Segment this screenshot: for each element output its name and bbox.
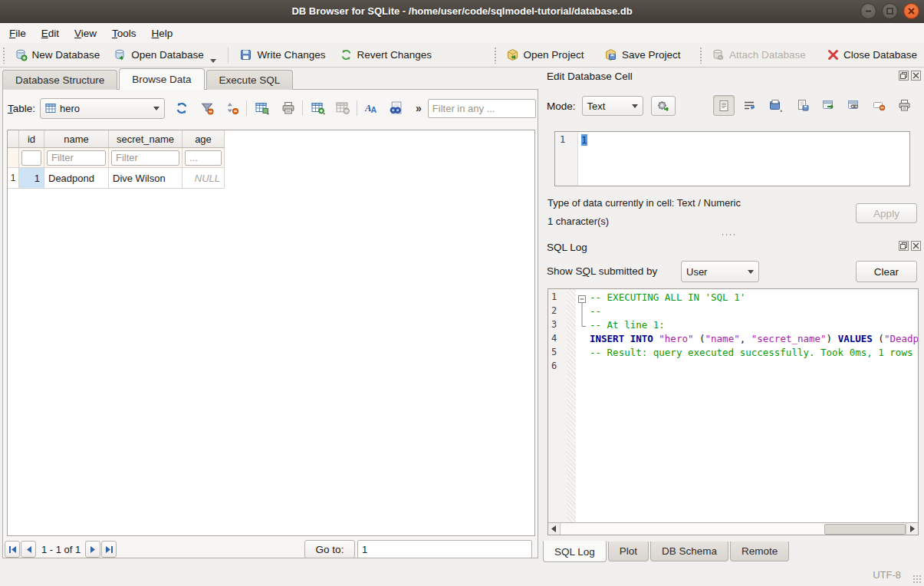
cell-age[interactable]: NULL — [182, 168, 225, 189]
maximize-icon — [886, 8, 893, 15]
scroll-right-button[interactable] — [906, 523, 918, 535]
word-wrap-button[interactable] — [738, 95, 760, 116]
filter-input-secret-name[interactable] — [111, 150, 179, 166]
sql-log-editor[interactable]: 1 2 3 4 5 6 -- EXECUTING ALL IN 'S — [547, 288, 919, 535]
close-database-icon — [827, 49, 839, 61]
float-icon — [900, 72, 907, 79]
maximize-button[interactable] — [882, 3, 898, 19]
dock-tab-plot[interactable]: Plot — [608, 542, 649, 561]
dock-tab-db-schema[interactable]: DB Schema — [650, 542, 728, 561]
import-cell-button[interactable] — [764, 95, 788, 116]
print-table-button[interactable] — [278, 98, 299, 119]
scroll-left-button[interactable] — [548, 523, 561, 535]
tab-execute-sql[interactable]: Execute SQL — [206, 70, 294, 90]
previous-record-button[interactable] — [21, 541, 36, 558]
menu-view[interactable]: View — [67, 25, 104, 42]
open-database-caret[interactable] — [210, 59, 216, 63]
next-record-button[interactable] — [85, 541, 100, 558]
sql-log-fold-margin[interactable] — [576, 289, 588, 522]
refresh-button[interactable] — [171, 98, 192, 119]
first-record-button[interactable] — [5, 541, 20, 558]
toolbar-overflow-chevron[interactable]: » — [413, 102, 425, 114]
cell-id[interactable]: 1 — [19, 168, 44, 189]
window-title: DB Browser for SQLite - /home/user/code/… — [291, 5, 632, 17]
sql-log-float-button[interactable] — [899, 241, 909, 251]
mode-combobox-value: Text — [587, 100, 606, 112]
write-changes-button[interactable]: Write Changes — [232, 44, 332, 66]
close-database-button[interactable]: Close Database — [820, 44, 924, 66]
toolbar-handle[interactable] — [2, 47, 5, 64]
filter-any-input[interactable] — [428, 99, 536, 118]
save-project-button[interactable]: Save Project — [597, 44, 688, 66]
table-row: 1 1 Deadpond Dive Wilson NULL — [8, 168, 534, 189]
clear-log-button[interactable]: Clear — [856, 261, 917, 282]
edit-cell-float-button[interactable] — [899, 71, 909, 81]
column-header-name[interactable]: name — [44, 130, 109, 148]
tab-browse-data[interactable]: Browse Data — [119, 68, 204, 90]
first-record-icon — [8, 545, 17, 554]
goto-input[interactable] — [357, 540, 532, 558]
clear-filters-button[interactable] — [196, 98, 218, 119]
revert-changes-button[interactable]: Revert Changes — [333, 44, 439, 66]
mode-combobox[interactable]: Text — [582, 96, 643, 116]
new-database-button[interactable]: New Database — [8, 44, 107, 66]
column-header-id[interactable]: id — [19, 130, 44, 148]
menu-edit[interactable]: Edit — [34, 25, 67, 42]
encoding-indicator: UTF-8 — [873, 569, 901, 581]
filter-input-age[interactable] — [185, 150, 222, 166]
open-external-button[interactable] — [817, 95, 839, 116]
filter-input-name[interactable] — [47, 150, 106, 166]
cell-name[interactable]: Deadpond — [44, 168, 109, 189]
resize-grip[interactable] — [912, 574, 922, 584]
svg-text:A: A — [371, 105, 377, 114]
text-view-button[interactable] — [713, 95, 735, 116]
clear-sorting-button[interactable] — [222, 98, 243, 119]
dock-tab-remote[interactable]: Remote — [730, 542, 789, 561]
dock-tab-sql-log[interactable]: SQL Log — [543, 541, 607, 562]
save-results-button[interactable] — [250, 98, 275, 119]
display-format-button[interactable]: A A — [360, 98, 382, 119]
scrollbar-thumb[interactable] — [824, 524, 906, 535]
sql-log-hscrollbar[interactable] — [548, 522, 918, 535]
menu-file[interactable]: File — [2, 25, 34, 42]
toolbar-handle-2[interactable] — [494, 47, 497, 64]
open-database-button[interactable]: Open Database — [107, 44, 223, 66]
export-cell-button[interactable] — [792, 95, 814, 116]
minimize-button[interactable] — [860, 3, 876, 19]
scroll-right-icon — [909, 525, 915, 532]
menu-tools[interactable]: Tools — [104, 25, 144, 42]
cell-secret-name[interactable]: Dive Wilson — [109, 168, 182, 189]
last-record-button[interactable] — [101, 541, 117, 558]
goto-button[interactable]: Go to: — [304, 540, 355, 558]
right-dock: Edit Database Cell Mode: Text — [541, 67, 924, 563]
dock-splitter-handle[interactable] — [721, 233, 738, 236]
toolbar-separator — [228, 48, 229, 63]
show-sql-combobox[interactable]: User — [681, 261, 759, 282]
log-line — [590, 360, 918, 374]
menu-help[interactable]: Help — [144, 25, 181, 42]
edit-cell-close-button[interactable] — [911, 71, 921, 81]
table-combobox[interactable]: hero — [40, 98, 165, 119]
row-header[interactable]: 1 — [8, 168, 19, 189]
display-format-icon: A A — [364, 101, 378, 115]
log-line: -- Result: query executed successfully. … — [590, 347, 918, 360]
auto-mode-button[interactable] — [651, 96, 676, 116]
column-header-age[interactable]: age — [182, 130, 225, 148]
insert-record-button[interactable] — [306, 98, 330, 119]
tab-database-structure[interactable]: Database Structure — [2, 70, 117, 90]
toolbar-handle-3[interactable] — [699, 47, 702, 64]
sql-log-content[interactable]: -- EXECUTING ALL IN 'SQL 1' -- -- At lin… — [588, 289, 918, 522]
find-in-table-button[interactable] — [385, 98, 406, 119]
filter-input-id[interactable] — [21, 150, 41, 166]
set-null-button[interactable] — [868, 95, 889, 116]
open-project-button[interactable]: Open Project — [499, 44, 591, 66]
copy-link-button[interactable] — [843, 95, 864, 116]
print-cell-button[interactable] — [893, 95, 915, 116]
sql-log-close-button[interactable] — [911, 241, 921, 251]
grid-corner[interactable] — [8, 130, 19, 148]
delete-record-button — [332, 98, 353, 119]
cell-editor[interactable]: 1 1 — [554, 131, 910, 186]
cell-editor-content[interactable]: 1 — [578, 132, 587, 186]
column-header-secret-name[interactable]: secret_name — [109, 130, 182, 148]
close-button[interactable] — [903, 3, 919, 19]
